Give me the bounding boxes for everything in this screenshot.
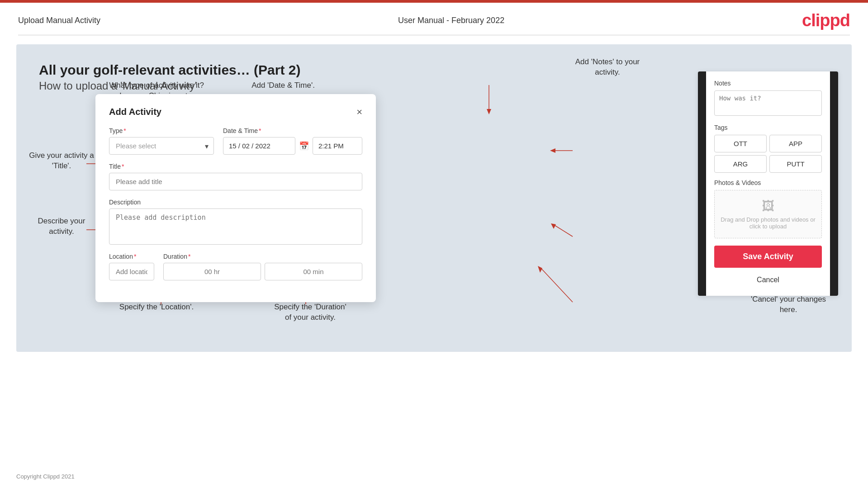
modal-header: Add Activity × xyxy=(109,107,362,117)
manual-title: User Manual - February 2022 xyxy=(398,16,504,25)
location-label: Location* xyxy=(109,253,154,260)
description-label: Description xyxy=(109,199,362,206)
duration-inputs xyxy=(163,263,362,280)
duration-hr-input[interactable] xyxy=(163,263,261,280)
title-group: Title* xyxy=(109,163,362,190)
date-input[interactable] xyxy=(223,137,295,155)
save-activity-button[interactable]: Save Activity xyxy=(714,246,822,268)
annotation-describe: Describe youractivity. xyxy=(25,216,98,237)
location-group: Location* xyxy=(109,253,154,280)
svg-marker-15 xyxy=(550,148,555,153)
type-select[interactable]: Please select xyxy=(109,137,214,155)
location-duration-row: Location* Duration* xyxy=(109,253,362,280)
duration-group: Duration* xyxy=(163,253,362,280)
location-input[interactable] xyxy=(109,263,154,280)
title-input[interactable] xyxy=(109,173,362,190)
svg-marker-19 xyxy=(538,266,542,273)
copyright-text: Copyright Clippd 2021 xyxy=(16,473,75,480)
page-title: Upload Manual Activity xyxy=(18,16,100,25)
tag-app[interactable]: APP xyxy=(769,135,822,152)
annotation-datetime: Add 'Date & Time'. xyxy=(238,81,328,91)
notes-textarea[interactable] xyxy=(714,90,822,116)
header: Upload Manual Activity User Manual - Feb… xyxy=(0,3,868,35)
header-divider xyxy=(18,35,850,35)
logo: clippd xyxy=(802,11,850,30)
title-label: Title* xyxy=(109,163,362,170)
calendar-icon[interactable]: 📅 xyxy=(299,141,309,151)
cancel-button[interactable]: Cancel xyxy=(714,272,822,288)
type-group: Type* Please select ▾ xyxy=(109,127,214,155)
type-label: Type* xyxy=(109,127,214,134)
description-group: Description xyxy=(109,199,362,245)
main-content: All your golf-relevant activities… (Part… xyxy=(16,44,852,352)
tags-grid: OTT APP ARG PUTT xyxy=(714,135,822,173)
duration-label: Duration* xyxy=(163,253,362,260)
datetime-label: Date & Time* xyxy=(223,127,362,134)
add-activity-modal: Add Activity × Type* Please select ▾ Dat… xyxy=(95,94,376,302)
svg-line-16 xyxy=(555,225,573,237)
upload-text: Drag and Drop photos and videos or click… xyxy=(719,216,817,230)
close-button[interactable]: × xyxy=(356,107,362,117)
annotation-title: Give your activity a'Title'. xyxy=(25,151,98,171)
annotation-location: Specify the 'Location'. xyxy=(107,302,206,313)
svg-marker-13 xyxy=(487,109,491,114)
tag-ott[interactable]: OTT xyxy=(714,135,767,152)
annotation-notes: Add 'Notes' to youractivity. xyxy=(562,57,653,78)
upload-area[interactable]: 🖼 Drag and Drop photos and videos or cli… xyxy=(714,190,822,238)
modal-title: Add Activity xyxy=(109,107,161,117)
photos-label: Photos & Videos xyxy=(714,179,822,186)
datetime-group: Date & Time* 📅 xyxy=(223,127,362,155)
tag-arg[interactable]: ARG xyxy=(714,155,767,173)
tags-label: Tags xyxy=(714,124,822,131)
datetime-inputs: 📅 xyxy=(223,137,362,155)
description-textarea[interactable] xyxy=(109,208,362,245)
tag-putt[interactable]: PUTT xyxy=(769,155,822,173)
svg-line-18 xyxy=(541,268,573,302)
type-select-wrapper: Please select ▾ xyxy=(109,137,214,155)
annotation-duration: Specify the 'Duration'of your activity. xyxy=(261,302,360,323)
notes-label: Notes xyxy=(714,80,822,87)
time-input[interactable] xyxy=(313,137,362,155)
svg-marker-17 xyxy=(551,223,556,229)
upload-icon: 🖼 xyxy=(719,199,817,213)
footer: Copyright Clippd 2021 xyxy=(16,473,75,480)
type-datetime-row: Type* Please select ▾ Date & Time* 📅 xyxy=(109,127,362,155)
phone-panel: Notes Tags OTT APP ARG PUTT Photos & Vid… xyxy=(698,71,838,296)
duration-min-input[interactable] xyxy=(265,263,362,280)
